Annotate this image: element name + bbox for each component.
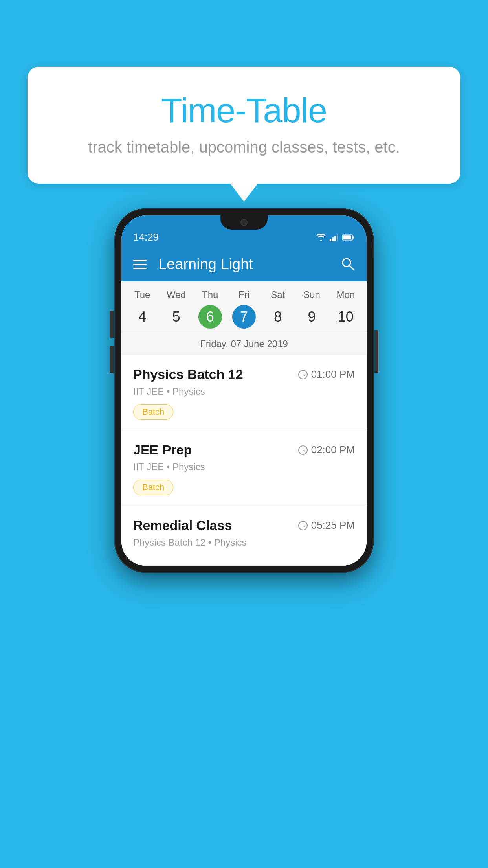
calendar-day-col[interactable]: Mon10 bbox=[329, 289, 363, 329]
svg-rect-2 bbox=[334, 236, 336, 241]
svg-line-8 bbox=[350, 266, 354, 270]
calendar-day-col[interactable]: Fri7 bbox=[227, 289, 261, 329]
svg-rect-0 bbox=[330, 239, 331, 241]
day-number[interactable]: 8 bbox=[266, 305, 290, 329]
schedule-item-meta: Physics Batch 12 • Physics bbox=[133, 537, 355, 548]
signal-icon bbox=[330, 234, 339, 241]
day-name: Sat bbox=[261, 289, 295, 300]
battery-icon bbox=[342, 234, 355, 241]
search-button[interactable] bbox=[341, 257, 355, 272]
schedule-list: Physics Batch 12 01:00 PM IIT JEE • Phys… bbox=[121, 355, 367, 566]
app-bar: Learning Light bbox=[121, 247, 367, 281]
hamburger-menu-icon[interactable] bbox=[133, 260, 147, 269]
svg-rect-5 bbox=[352, 236, 354, 239]
status-icons bbox=[316, 234, 355, 241]
status-time: 14:29 bbox=[133, 231, 159, 243]
svg-rect-3 bbox=[337, 234, 338, 241]
schedule-item[interactable]: Remedial Class 05:25 PM Physics Batch 12… bbox=[121, 506, 367, 566]
schedule-item-header: Remedial Class 05:25 PM bbox=[133, 518, 355, 533]
batch-badge: Batch bbox=[133, 404, 173, 420]
batch-badge: Batch bbox=[133, 480, 173, 495]
calendar: Tue4Wed5Thu6Fri7Sat8Sun9Mon10 Friday, 07… bbox=[121, 281, 367, 355]
clock-icon bbox=[298, 370, 308, 380]
schedule-item-header: JEE Prep 02:00 PM bbox=[133, 442, 355, 458]
day-name: Thu bbox=[193, 289, 227, 300]
schedule-item[interactable]: JEE Prep 02:00 PM IIT JEE • Physics Batc… bbox=[121, 430, 367, 506]
day-number[interactable]: 4 bbox=[130, 305, 154, 329]
schedule-item-header: Physics Batch 12 01:00 PM bbox=[133, 367, 355, 382]
schedule-item[interactable]: Physics Batch 12 01:00 PM IIT JEE • Phys… bbox=[121, 355, 367, 430]
phone-mockup: 14:29 bbox=[114, 208, 374, 573]
day-name: Sun bbox=[295, 289, 328, 300]
clock-icon bbox=[298, 520, 308, 531]
schedule-item-time: 05:25 PM bbox=[298, 519, 355, 531]
calendar-day-col[interactable]: Thu6 bbox=[193, 289, 227, 329]
day-name: Fri bbox=[227, 289, 261, 300]
day-number[interactable]: 6 bbox=[198, 305, 222, 329]
day-number[interactable]: 9 bbox=[300, 305, 324, 329]
schedule-item-name: JEE Prep bbox=[133, 442, 192, 458]
calendar-day-col[interactable]: Sun9 bbox=[295, 289, 328, 329]
svg-line-14 bbox=[303, 450, 305, 451]
phone-outer: 14:29 bbox=[114, 208, 374, 573]
schedule-item-time: 01:00 PM bbox=[298, 368, 355, 381]
wifi-icon bbox=[316, 234, 327, 241]
calendar-day-col[interactable]: Sat8 bbox=[261, 289, 295, 329]
day-name: Mon bbox=[329, 289, 363, 300]
day-name: Tue bbox=[125, 289, 159, 300]
calendar-selected-date: Friday, 07 June 2019 bbox=[121, 333, 367, 355]
schedule-item-time: 02:00 PM bbox=[298, 444, 355, 456]
speech-bubble-card: Time-Table track timetable, upcoming cla… bbox=[28, 67, 460, 184]
schedule-item-meta: IIT JEE • Physics bbox=[133, 462, 355, 473]
phone-notch bbox=[220, 215, 268, 230]
phone-camera bbox=[240, 219, 248, 226]
svg-rect-6 bbox=[343, 235, 351, 239]
day-name: Wed bbox=[159, 289, 193, 300]
schedule-item-name: Remedial Class bbox=[133, 518, 232, 533]
calendar-days-header: Tue4Wed5Thu6Fri7Sat8Sun9Mon10 bbox=[121, 281, 367, 333]
day-number[interactable]: 7 bbox=[232, 305, 256, 329]
calendar-day-col[interactable]: Wed5 bbox=[159, 289, 193, 329]
schedule-item-meta: IIT JEE • Physics bbox=[133, 386, 355, 397]
phone-screen: 14:29 bbox=[121, 215, 367, 566]
day-number[interactable]: 5 bbox=[164, 305, 188, 329]
svg-line-17 bbox=[303, 526, 305, 527]
schedule-item-name: Physics Batch 12 bbox=[133, 367, 243, 382]
svg-line-11 bbox=[303, 375, 305, 376]
speech-bubble-title: Time-Table bbox=[47, 90, 441, 131]
app-title: Learning Light bbox=[158, 256, 329, 273]
svg-rect-1 bbox=[332, 237, 334, 241]
calendar-day-col[interactable]: Tue4 bbox=[125, 289, 159, 329]
day-number[interactable]: 10 bbox=[334, 305, 358, 329]
clock-icon bbox=[298, 445, 308, 455]
speech-bubble-subtitle: track timetable, upcoming classes, tests… bbox=[47, 138, 441, 156]
